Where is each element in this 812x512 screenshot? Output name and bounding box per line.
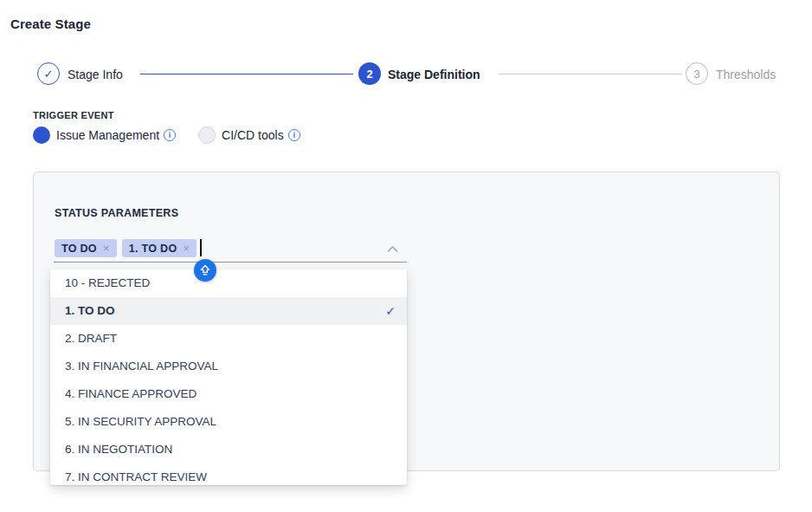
step-label-stage-definition: Stage Definition bbox=[388, 68, 480, 81]
radio-label-cicd-tools[interactable]: CI/CD tools bbox=[222, 128, 284, 142]
tag-to-do[interactable]: TO DO × bbox=[55, 239, 117, 257]
status-parameters-label: STATUS PARAMETERS bbox=[55, 207, 178, 219]
trigger-event-radio-group: Issue Management i CI/CD tools i bbox=[33, 126, 300, 144]
status-parameters-multiselect[interactable]: TO DO × 1. TO DO × bbox=[54, 234, 407, 262]
radio-issue-management[interactable] bbox=[33, 126, 50, 144]
tag-1-to-do[interactable]: 1. TO DO × bbox=[122, 239, 197, 257]
stepper-connector-completed bbox=[140, 74, 353, 75]
dropdown-option[interactable]: 10 - REJECTED bbox=[50, 269, 407, 297]
tag-label: 1. TO DO bbox=[129, 243, 177, 255]
stepper: ✓ Stage Info 2 Stage Definition 3 Thresh… bbox=[0, 62, 812, 87]
radio-cicd-tools[interactable] bbox=[198, 126, 216, 144]
selected-tags: TO DO × 1. TO DO × bbox=[55, 239, 197, 257]
trigger-event-label: TRIGGER EVENT bbox=[33, 110, 114, 120]
step-1-complete-circle[interactable]: ✓ bbox=[37, 62, 60, 85]
agent-cursor-indicator bbox=[194, 259, 216, 282]
check-icon: ✓ bbox=[385, 297, 396, 325]
dropdown-option-selected[interactable]: 1. TO DO ✓ bbox=[50, 297, 407, 325]
create-stage-screen: Create Stage ✓ Stage Info 2 Stage Defini… bbox=[0, 0, 812, 512]
dropdown-option[interactable]: 3. IN FINANCIAL APPROVAL bbox=[50, 353, 407, 380]
tag-label: TO DO bbox=[61, 243, 97, 255]
info-icon[interactable]: i bbox=[164, 129, 176, 141]
step-3-number: 3 bbox=[693, 68, 699, 81]
up-arrow-icon bbox=[198, 263, 212, 277]
text-caret bbox=[200, 239, 202, 256]
step-label-thresholds: Thresholds bbox=[716, 68, 776, 81]
step-2-active-circle[interactable]: 2 bbox=[358, 62, 381, 85]
chevron-up-icon[interactable] bbox=[387, 245, 398, 253]
step-3-upcoming-circle[interactable]: 3 bbox=[686, 62, 708, 85]
dropdown-option[interactable]: 4. FINANCE APPROVED bbox=[50, 380, 407, 408]
check-icon: ✓ bbox=[44, 68, 54, 79]
status-parameters-dropdown: 10 - REJECTED 1. TO DO ✓ 2. DRAFT 3. IN … bbox=[50, 269, 407, 485]
tag-remove-icon[interactable]: × bbox=[183, 242, 190, 255]
dropdown-option[interactable]: 7. IN CONTRACT REVIEW bbox=[50, 463, 407, 485]
dropdown-option[interactable]: 5. IN SECURITY APPROVAL bbox=[50, 408, 407, 436]
step-2-number: 2 bbox=[366, 68, 372, 81]
stepper-connector-upcoming bbox=[499, 74, 682, 75]
tag-remove-icon[interactable]: × bbox=[103, 242, 110, 255]
info-icon[interactable]: i bbox=[288, 129, 300, 141]
step-label-stage-info[interactable]: Stage Info bbox=[68, 68, 123, 81]
dropdown-option[interactable]: 2. DRAFT bbox=[50, 325, 407, 353]
page-title: Create Stage bbox=[10, 16, 91, 31]
dropdown-option[interactable]: 6. IN NEGOTIATION bbox=[50, 436, 407, 463]
radio-label-issue-management[interactable]: Issue Management bbox=[56, 128, 159, 142]
